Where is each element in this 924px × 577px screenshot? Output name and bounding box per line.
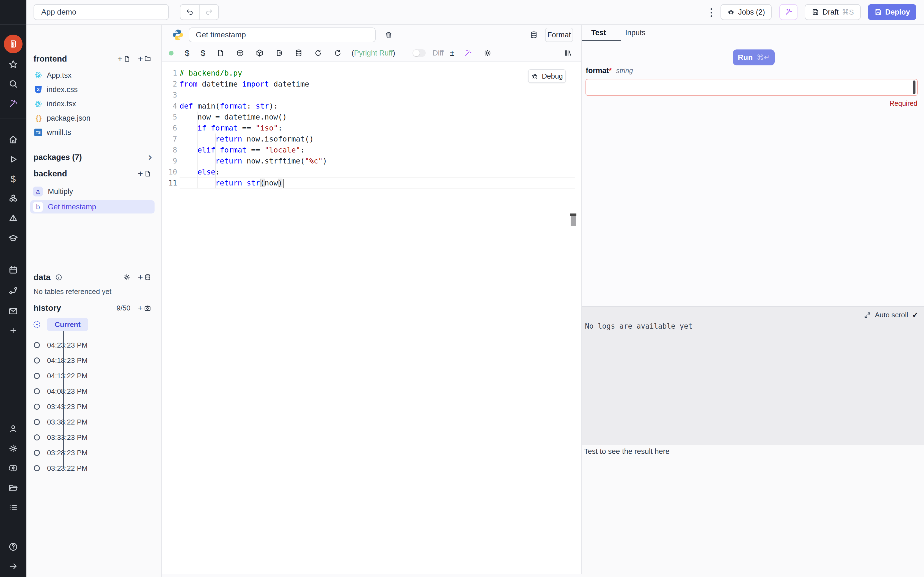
more-menu-kebab-icon[interactable] xyxy=(709,6,714,19)
script-item-b[interactable]: bGet timestamp xyxy=(30,200,155,213)
history-entry[interactable]: 04:18:23 PM xyxy=(34,353,155,368)
toolbar-database-icon[interactable] xyxy=(294,49,303,57)
tab-inputs[interactable]: Inputs xyxy=(625,29,646,37)
add-file-button[interactable]: + xyxy=(118,55,131,63)
schedules-calendar-icon[interactable] xyxy=(8,265,18,275)
frontend-section-header: frontend + + xyxy=(34,52,151,65)
expand-icon[interactable] xyxy=(864,311,871,319)
autoscroll-control[interactable]: Auto scroll ✓ xyxy=(864,311,919,319)
react-icon xyxy=(34,71,43,80)
add-plus-icon[interactable] xyxy=(8,326,18,335)
resource-dollar-icon[interactable]: $ xyxy=(201,48,205,58)
variable-dollar-icon[interactable]: $ xyxy=(185,48,189,58)
add-folder-button[interactable]: + xyxy=(138,55,151,63)
editor-ai-wand-icon[interactable] xyxy=(464,49,472,57)
script-key-badge: b xyxy=(33,202,43,212)
lang-badge: (Pyright Ruff) xyxy=(351,49,395,57)
deploy-button[interactable]: Deploy xyxy=(868,4,916,20)
history-entry[interactable]: 03:38:22 PM xyxy=(34,414,155,430)
add-table-button[interactable]: + xyxy=(138,273,151,282)
braces-icon: { } xyxy=(34,113,43,123)
database-icon[interactable] xyxy=(530,31,538,39)
reload-icon[interactable] xyxy=(334,49,342,57)
user-icon[interactable] xyxy=(8,424,18,434)
worker-groups-icon[interactable] xyxy=(8,463,18,473)
debug-button[interactable]: Debug xyxy=(528,69,566,83)
variables-dollar-icon[interactable]: $ xyxy=(11,174,16,184)
top-bar: Jobs (2) Draft ⌘S Deploy xyxy=(26,0,924,25)
backend-section-header: backend + xyxy=(34,167,151,180)
collapse-arrow-right-icon[interactable] xyxy=(8,562,18,571)
redo-button[interactable] xyxy=(199,5,218,19)
ai-assistant-button[interactable] xyxy=(779,4,798,20)
mail-icon[interactable] xyxy=(8,306,18,316)
history-timestamp: 04:18:23 PM xyxy=(47,356,87,365)
history-entry[interactable]: 03:23:22 PM xyxy=(34,461,155,476)
history-entry[interactable]: 04:13:22 PM xyxy=(34,368,155,384)
package-icon[interactable] xyxy=(236,49,244,57)
packages-row[interactable]: packages (7) › xyxy=(34,151,155,164)
file-item[interactable]: 3index.css xyxy=(34,82,155,97)
service-shape-icon[interactable] xyxy=(275,49,283,57)
tab-test[interactable]: Test xyxy=(591,29,606,37)
code-editor[interactable]: 1# backend/b.py2from datetime import dat… xyxy=(162,61,582,574)
audit-list-icon[interactable] xyxy=(8,503,18,513)
star-icon[interactable] xyxy=(8,60,18,69)
script-item-a[interactable]: aMultiply xyxy=(30,185,155,198)
search-icon[interactable] xyxy=(8,79,18,89)
bug-icon xyxy=(531,73,538,80)
settings-gear-icon[interactable] xyxy=(8,443,18,453)
test-panel: Test Inputs Run ⌘↵ format* string Requir… xyxy=(582,25,924,577)
help-icon[interactable] xyxy=(8,542,18,552)
jobs-button[interactable]: Jobs (2) xyxy=(720,4,772,20)
field-scrollbar-thumb[interactable] xyxy=(913,81,916,94)
scrollbar-cursor-marker xyxy=(570,213,577,216)
history-current-row[interactable]: Current xyxy=(34,318,88,331)
file-item[interactable]: App.tsx xyxy=(34,68,155,82)
format-field-input[interactable] xyxy=(585,79,918,96)
diff-toggle[interactable] xyxy=(412,49,426,57)
history-entry[interactable]: 03:33:23 PM xyxy=(34,430,155,445)
format-button[interactable]: Format xyxy=(545,28,573,42)
triggers-pyramid-icon[interactable] xyxy=(8,213,18,223)
delete-script-trash-icon[interactable] xyxy=(384,31,393,39)
current-marker-icon xyxy=(34,321,40,328)
file-item[interactable]: { }package.json xyxy=(34,111,155,125)
home-icon[interactable] xyxy=(8,135,18,145)
library-icon[interactable] xyxy=(564,49,572,57)
history-entry[interactable]: 03:43:23 PM xyxy=(34,399,155,414)
editor-settings-gear-icon[interactable] xyxy=(483,49,492,57)
folder-open-icon[interactable] xyxy=(8,483,18,493)
history-entry[interactable]: 04:08:23 PM xyxy=(34,384,155,399)
add-script-button[interactable]: + xyxy=(138,169,151,178)
file-item[interactable]: TSwmill.ts xyxy=(34,125,155,140)
resources-cubes-icon[interactable] xyxy=(8,194,18,204)
snapshot-button[interactable]: + xyxy=(137,304,151,313)
rail-divider xyxy=(0,118,26,118)
flows-route-icon[interactable] xyxy=(8,286,18,296)
file-label: index.tsx xyxy=(47,100,76,108)
plus-minus-icon[interactable]: ± xyxy=(450,48,454,58)
workspace-avatar-building-icon[interactable] xyxy=(4,35,23,53)
history-entry[interactable]: 04:23:23 PM xyxy=(34,337,155,353)
refresh-icon[interactable] xyxy=(314,49,322,57)
run-button[interactable]: Run ⌘↵ xyxy=(733,50,775,65)
file-item[interactable]: index.tsx xyxy=(34,97,155,111)
undo-button[interactable] xyxy=(180,5,199,19)
line-content: return now.isoformat() xyxy=(179,134,575,145)
editor-scrollbar[interactable] xyxy=(573,61,578,574)
app-name-input[interactable] xyxy=(34,4,169,20)
scrollbar-thumb[interactable] xyxy=(570,216,576,226)
right-tabs: Test Inputs xyxy=(582,25,924,41)
runs-play-icon[interactable] xyxy=(8,155,18,164)
history-section-header: history 9/50 + xyxy=(34,301,151,314)
learn-graduation-cap-icon[interactable] xyxy=(8,233,18,243)
ai-wand-icon[interactable] xyxy=(8,98,18,108)
history-entry[interactable]: 03:28:23 PM xyxy=(34,445,155,461)
package-icon-2[interactable] xyxy=(255,49,264,57)
draft-button[interactable]: Draft ⌘S xyxy=(804,4,861,20)
info-icon[interactable] xyxy=(55,274,62,281)
data-settings-gear-icon[interactable] xyxy=(123,273,131,281)
script-name-input[interactable] xyxy=(189,27,376,42)
file-icon[interactable] xyxy=(216,49,225,57)
